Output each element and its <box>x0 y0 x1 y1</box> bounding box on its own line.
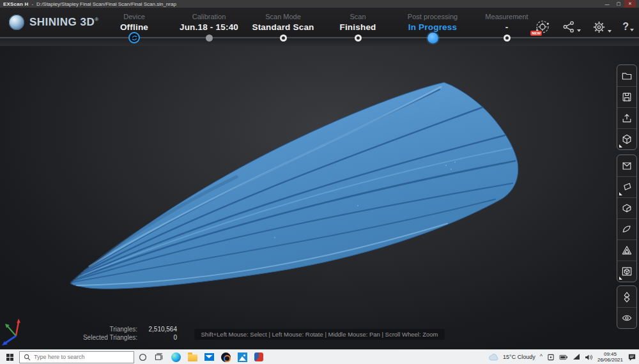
help-icon: ? <box>622 20 629 33</box>
photos-icon <box>238 353 247 362</box>
envelope-mesh-icon <box>620 160 633 172</box>
title-bar: EXScan H - D:/Stapley/Stapley Final Scan… <box>0 0 639 8</box>
search-input[interactable] <box>34 354 123 360</box>
weather-text[interactable]: 15°C Cloudy <box>503 354 535 360</box>
cut-cube-icon <box>620 202 633 215</box>
taskbar-clock[interactable]: 09:45 26/06/2021 <box>597 351 623 363</box>
brand-logo: SHINING 3D® <box>9 15 99 30</box>
date-text: 26/06/2021 <box>597 357 623 363</box>
triangles-row: Triangles: 2,510,564 <box>35 325 177 333</box>
cortana-icon <box>139 353 147 361</box>
start-button[interactable] <box>0 350 19 364</box>
minimize-button[interactable]: — <box>601 0 613 8</box>
sidebar-group-view <box>617 285 637 329</box>
framed-cube-icon <box>620 265 633 278</box>
triangles-value: 2,510,564 <box>137 325 177 333</box>
mirror-button[interactable] <box>617 286 636 307</box>
folder-icon <box>620 70 633 82</box>
dark-app-button[interactable] <box>217 350 234 364</box>
exscan-app-button[interactable] <box>250 350 267 364</box>
cut-plane-button[interactable] <box>617 197 636 218</box>
header-icon-group: NEW <box>534 19 634 35</box>
window-controls: — ▢ ✕ <box>601 0 636 8</box>
sidebar-group-project <box>617 64 637 150</box>
gear-icon <box>592 20 606 34</box>
simplify-mesh-button[interactable] <box>617 239 636 261</box>
selected-triangles-label: Selected Triangles: <box>35 333 137 342</box>
share-caret-icon <box>577 29 581 32</box>
app-title: EXScan H <box>3 1 28 7</box>
workflow-progress-line <box>0 37 639 38</box>
mail-button[interactable] <box>201 350 217 364</box>
curved-surface-icon <box>620 223 633 236</box>
mouse-hint-bar: Shift+Left Mouse: Select | Left Mouse: R… <box>195 329 445 340</box>
export-upload-icon <box>620 112 633 125</box>
battery-icon[interactable] <box>559 354 568 360</box>
visibility-button[interactable] <box>617 307 636 328</box>
curved-surface-button[interactable] <box>617 218 636 239</box>
title-separator: - <box>31 1 33 7</box>
edge-button[interactable] <box>167 350 184 364</box>
eye-icon <box>620 312 633 324</box>
scan-dot[interactable] <box>355 34 362 42</box>
axis-gizmo-icon[interactable] <box>2 317 30 346</box>
photos-button[interactable] <box>234 350 250 364</box>
volume-icon[interactable] <box>585 354 593 361</box>
close-button[interactable]: ✕ <box>624 0 636 8</box>
post-processing-dot[interactable] <box>427 33 438 43</box>
notification-center-icon[interactable] <box>627 353 636 361</box>
scanned-boat-model[interactable] <box>0 46 639 349</box>
measurement-dot[interactable] <box>504 34 511 42</box>
settings-caret-icon <box>608 30 612 33</box>
plane-select-button[interactable] <box>617 176 636 197</box>
help-caret-icon <box>630 29 634 31</box>
calibration-dot[interactable] <box>206 34 213 42</box>
shining3d-globe-icon <box>9 15 24 30</box>
mesh-tool-button[interactable] <box>617 155 636 176</box>
file-explorer-icon <box>188 354 197 361</box>
tilted-plane-icon <box>620 181 633 193</box>
scan-mode-dot[interactable] <box>280 34 287 42</box>
file-explorer-button[interactable] <box>184 350 201 364</box>
time-text: 09:45 <box>597 351 623 357</box>
maximize-button[interactable]: ▢ <box>613 0 624 8</box>
exscan-app-icon <box>254 353 263 361</box>
dark-circle-app-icon <box>221 353 231 362</box>
system-tray: 15°C Cloudy ^ 09:45 26/06/2021 <box>488 351 639 363</box>
export-data-button[interactable] <box>617 107 636 128</box>
workflow-toolbar: SHINING 3D® Device Offline Calibration J… <box>0 8 639 46</box>
triangle-mesh-icon <box>620 244 633 257</box>
tray-window-icon[interactable] <box>547 354 555 361</box>
model-view-button[interactable] <box>617 128 636 149</box>
share-icon <box>562 20 576 34</box>
weather-cloud-icon <box>488 354 498 361</box>
new-badge: NEW <box>530 31 542 36</box>
app-window: EXScan H - D:/Stapley/Stapley Final Scan… <box>0 0 639 364</box>
task-view-button[interactable] <box>151 350 167 364</box>
cortana-button[interactable] <box>134 350 151 364</box>
recalibration-button[interactable]: NEW <box>534 19 551 35</box>
settings-button[interactable] <box>592 20 612 34</box>
network-icon[interactable] <box>573 354 580 360</box>
selected-triangles-row: Selected Triangles: 0 <box>35 333 177 342</box>
sync-icon <box>131 34 138 42</box>
taskbar-app-icons <box>134 350 267 364</box>
tray-expand-chevron[interactable]: ^ <box>540 353 543 360</box>
save-icon <box>620 91 633 103</box>
open-project-button[interactable] <box>617 65 636 86</box>
help-button[interactable]: ? <box>622 20 634 33</box>
triangles-label: Triangles: <box>35 325 137 333</box>
frame-selection-button[interactable] <box>617 261 636 282</box>
cube-icon <box>620 133 633 146</box>
taskbar-search[interactable] <box>19 351 134 363</box>
device-sync-dot[interactable] <box>128 32 140 43</box>
double-diamond-icon <box>620 291 633 303</box>
task-view-icon <box>155 353 164 361</box>
selected-triangles-value: 0 <box>137 333 177 342</box>
search-icon <box>24 354 31 361</box>
save-project-button[interactable] <box>617 86 636 107</box>
windows-logo-icon <box>6 354 13 361</box>
3d-viewport[interactable]: Triangles: 2,510,564 Selected Triangles:… <box>0 46 639 349</box>
windows-taskbar: 15°C Cloudy ^ 09:45 26/06/2021 <box>0 349 639 364</box>
share-button[interactable] <box>562 20 581 34</box>
